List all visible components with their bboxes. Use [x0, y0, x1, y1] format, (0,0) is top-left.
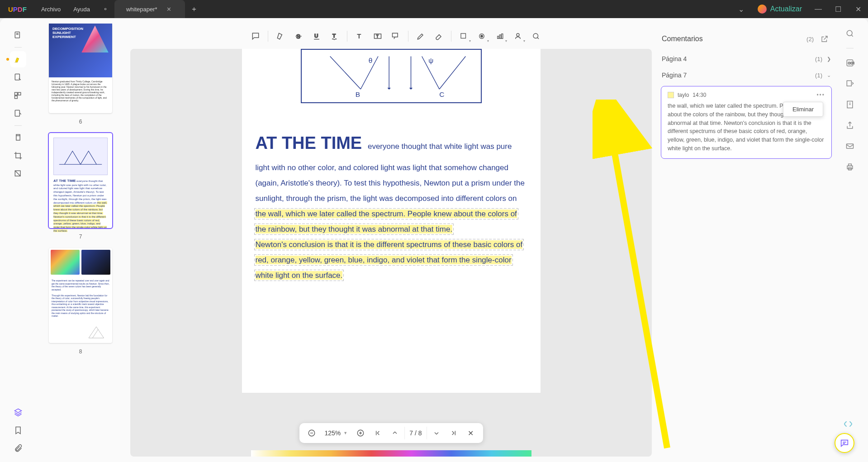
- chevron-right-icon: ❯: [827, 56, 831, 62]
- comments-panel-title: Comentarios: [662, 35, 802, 43]
- svg-rect-3: [15, 92, 18, 95]
- thumb-label-8: 8: [79, 346, 82, 360]
- highlighted-text-2[interactable]: Newton's conclusion is that it is the di…: [256, 240, 523, 280]
- layers-icon[interactable]: [10, 404, 26, 420]
- comment-tool-icon[interactable]: [247, 28, 264, 45]
- svg-rect-15: [392, 33, 398, 37]
- close-window-button[interactable]: ✕: [848, 0, 868, 18]
- zoom-in-button[interactable]: [353, 425, 368, 441]
- more-tools-icon[interactable]: [527, 28, 545, 45]
- menu-ayuda[interactable]: Ayuda: [67, 0, 96, 18]
- maximize-button[interactable]: ☐: [828, 0, 848, 18]
- export-comments-icon[interactable]: [818, 33, 831, 45]
- edit-tool-icon[interactable]: [10, 69, 26, 86]
- close-tab-icon[interactable]: ✕: [166, 6, 171, 13]
- tab-title: whitepaper*: [126, 6, 157, 13]
- strikethrough-icon[interactable]: S: [290, 28, 307, 45]
- chat-fab[interactable]: [835, 433, 854, 453]
- comment-card[interactable]: taylo 14:30 ••• the wall, which we later…: [661, 86, 832, 159]
- delete-menu-item[interactable]: Eliminar: [783, 102, 823, 117]
- chevron-down-icon[interactable]: ⌄: [731, 0, 751, 18]
- svg-rect-2: [15, 74, 19, 80]
- svg-text:ψ: ψ: [428, 57, 433, 64]
- close-nav-button[interactable]: ✕: [463, 425, 479, 441]
- comment-author: taylo: [678, 92, 689, 98]
- minimize-button[interactable]: —: [808, 0, 828, 18]
- signature-tool-icon[interactable]: [509, 28, 526, 45]
- zoom-out-button[interactable]: [304, 425, 319, 441]
- comments-total-count: (2): [806, 36, 814, 43]
- add-tab-button[interactable]: ＋: [185, 5, 203, 14]
- comment-group-page7[interactable]: Página 7 (1) ⌄: [655, 67, 837, 83]
- callout-icon[interactable]: [387, 28, 404, 45]
- shape-tool-icon[interactable]: [455, 28, 472, 45]
- svg-rect-33: [847, 81, 851, 86]
- svg-rect-7: [16, 136, 20, 140]
- svg-rect-4: [18, 92, 21, 95]
- redact-icon[interactable]: [10, 166, 26, 182]
- comment-group-page4[interactable]: Página 4 (1) ❯: [655, 51, 837, 67]
- svg-text:θ: θ: [368, 57, 372, 64]
- page-indicator[interactable]: 7 / 8: [404, 427, 427, 439]
- attachment-icon[interactable]: [10, 440, 26, 457]
- pdf-page: θ ψ B C AT THE TIME everyone thought tha…: [242, 49, 541, 393]
- share-icon[interactable]: [844, 119, 856, 132]
- diagram: θ ψ B C: [301, 49, 482, 103]
- svg-point-22: [517, 33, 519, 36]
- zoom-level[interactable]: 125% ▼: [321, 429, 351, 437]
- thumbnail-6[interactable]: DECOMPOSITIONSUNLIGHTEXPERIMENT Newton g…: [49, 24, 112, 113]
- textbox-icon[interactable]: T: [369, 28, 386, 45]
- svg-text:OCR: OCR: [848, 62, 854, 65]
- copy-icon[interactable]: [10, 129, 26, 146]
- print-icon[interactable]: [844, 161, 856, 173]
- form-tool-icon[interactable]: [10, 105, 26, 122]
- email-icon[interactable]: [844, 140, 856, 152]
- thumbnail-7[interactable]: AT THE TIME everyone thought that white …: [49, 133, 112, 228]
- squiggly-icon[interactable]: T: [326, 28, 343, 45]
- comment-more-icon[interactable]: •••: [816, 92, 825, 98]
- ai-assistant-icon[interactable]: [843, 419, 854, 430]
- underline-icon[interactable]: U: [308, 28, 325, 45]
- highlighter-icon[interactable]: [272, 28, 289, 45]
- svg-text:T: T: [376, 34, 378, 38]
- reader-mode-icon[interactable]: [10, 27, 26, 43]
- comment-time: 14:30: [693, 92, 706, 98]
- svg-rect-19: [497, 36, 498, 38]
- compress-icon[interactable]: [844, 98, 856, 111]
- svg-point-18: [480, 35, 483, 38]
- svg-rect-1: [15, 32, 19, 38]
- chevron-down-icon: ⌄: [827, 72, 831, 78]
- svg-rect-35: [847, 144, 854, 148]
- page-heading: AT THE TIME: [256, 133, 362, 152]
- sticker-tool-icon[interactable]: [491, 28, 508, 45]
- thumb-label-6: 6: [79, 116, 82, 130]
- svg-rect-20: [499, 35, 501, 38]
- prev-page-button[interactable]: [387, 425, 403, 441]
- search-icon[interactable]: [844, 27, 856, 40]
- menu-archivo[interactable]: Archivo: [35, 0, 67, 18]
- next-page-button[interactable]: [429, 425, 444, 441]
- document-tab[interactable]: whitepaper* ✕: [114, 0, 185, 18]
- svg-text:U: U: [314, 33, 318, 38]
- highlighted-text-1[interactable]: the wall, which we later called the spec…: [256, 210, 517, 233]
- highlight-tool-icon[interactable]: [10, 51, 26, 67]
- eraser-icon[interactable]: [430, 28, 447, 45]
- upgrade-button[interactable]: Actualizar: [751, 5, 808, 14]
- first-page-button[interactable]: [370, 425, 385, 441]
- thumbnail-8[interactable]: The experiment can be repeated over and …: [49, 248, 112, 343]
- ocr-icon[interactable]: OCR: [844, 57, 856, 69]
- crop-icon[interactable]: [10, 148, 26, 164]
- convert-icon[interactable]: [844, 77, 856, 90]
- page-navigation-bar: 125% ▼ 7 / 8 ✕: [299, 423, 483, 443]
- organize-pages-icon[interactable]: [10, 87, 26, 104]
- bookmark-icon[interactable]: [10, 422, 26, 438]
- home-tab[interactable]: [96, 0, 114, 18]
- svg-rect-21: [501, 34, 503, 39]
- app-logo: UPDF: [0, 5, 35, 13]
- last-page-button[interactable]: [446, 425, 461, 441]
- svg-text:B: B: [355, 90, 360, 98]
- pencil-icon[interactable]: [412, 28, 429, 45]
- text-tool-icon[interactable]: T: [351, 28, 368, 45]
- highlight-indicator-icon: [668, 92, 674, 98]
- stamp-tool-icon[interactable]: [473, 28, 490, 45]
